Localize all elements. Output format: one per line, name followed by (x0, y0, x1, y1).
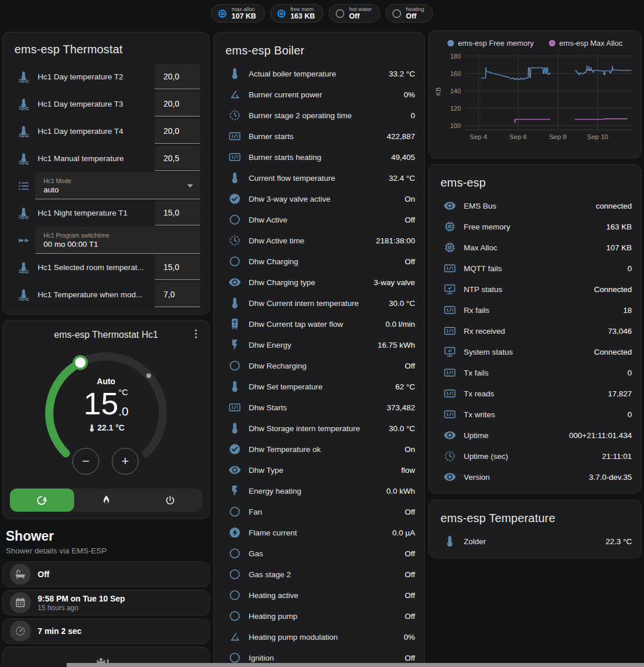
text-input[interactable]: Hc1 Program switchtime 00 mo 00:00 T1 (35, 227, 200, 254)
mode-button[interactable] (10, 489, 74, 512)
entity-row[interactable]: Dhw 3-way valve active On (223, 188, 415, 209)
thermometer-icon (223, 297, 246, 309)
thermostat-row: Hc1 Day temperature T2 20,0 (10, 63, 202, 90)
entity-row[interactable]: Tx reads 17,827 (438, 383, 632, 404)
thermostat-dial-svg[interactable] (37, 345, 176, 483)
entity-row[interactable]: Zolder 22.3 °C (438, 531, 632, 552)
entity-row[interactable]: Gas Off (223, 543, 415, 564)
header-chip[interactable]: max alloc 107 KB (211, 4, 264, 23)
entity-label: Dhw Type (246, 466, 401, 475)
legend-item[interactable]: ems-esp Free memory (447, 39, 534, 48)
number-input[interactable]: 15,0 (155, 255, 200, 280)
memory-chart[interactable]: 100120140160180Sep 4Sep 6Sep 8Sep 10KB (433, 50, 637, 147)
svg-text:160: 160 (450, 70, 461, 77)
legend-item[interactable]: ems-esp Max Alloc (549, 39, 623, 48)
number-input[interactable]: 7,0 (155, 282, 200, 307)
legend-dot-icon (549, 40, 555, 46)
entity-row[interactable]: Dhw Storage intern temperature 30.0 °C (223, 418, 415, 439)
entity-row[interactable]: Rx fails 18 (438, 300, 632, 320)
entity-label: Actual boiler temperature (246, 70, 389, 78)
entity-row[interactable]: Burner starts heating 49,405 (223, 147, 415, 167)
number-input[interactable]: 20,0 (155, 64, 200, 89)
entity-row[interactable]: Burner current power 0% (223, 84, 415, 105)
number-input[interactable]: 20,0 (155, 92, 200, 116)
entity-row[interactable]: Dhw Set temperature 62 °C (223, 376, 415, 397)
entity-row[interactable]: Burner starts 422,887 (223, 126, 415, 147)
entity-value: 33.2 °C (389, 70, 415, 78)
shower-card[interactable]: 7 min 2 sec (2, 618, 210, 644)
thermostat-dial-card: ems-esp Thermostat Hc1 Auto 15 °C .0 (2, 320, 210, 519)
header-chip[interactable]: free mem 163 KB (270, 4, 323, 23)
number-input[interactable]: 15,0 (155, 201, 200, 225)
entity-row[interactable]: Uptime (sec) 21:11:01 (438, 446, 632, 466)
entity-row[interactable]: Gas stage 2 Off (223, 564, 415, 585)
entity-row[interactable]: Burner stage 2 operating time 0 (223, 105, 415, 126)
entity-row[interactable]: Dhw Type flow (223, 460, 415, 480)
mode-button[interactable] (138, 489, 202, 512)
decrease-temp-button[interactable]: − (72, 448, 99, 475)
mode-select[interactable]: Hc1 Mode auto (35, 172, 200, 199)
entity-row[interactable]: Dhw Active Off (223, 209, 415, 230)
entity-value: 3-way valve (374, 278, 415, 287)
entity-row[interactable]: System status Connected (438, 341, 632, 362)
entity-row[interactable]: Current flow temperature 32.4 °C (223, 167, 415, 188)
entity-row[interactable]: EMS Bus connected (438, 195, 632, 216)
svg-text:KB: KB (435, 88, 442, 96)
thermostat-row: Hc1 Program switchtime 00 mo 00:00 T1 (10, 227, 202, 254)
entity-row[interactable]: Free memory 163 KB (438, 216, 632, 237)
entity-row[interactable]: Dhw Energy 16.75 kWh (223, 334, 415, 355)
entity-label: EMS Bus (461, 202, 596, 210)
entity-row[interactable]: Dhw Charging Off (223, 251, 415, 272)
entity-value: 18 (623, 306, 632, 315)
entity-row[interactable]: Dhw Recharging Off (223, 355, 415, 376)
horizontal-scrollbar[interactable] (67, 663, 644, 667)
circle-outline-icon (223, 505, 246, 518)
header-chip[interactable]: hot water Off (329, 4, 380, 23)
entity-row[interactable]: Dhw Starts 373,482 (223, 397, 415, 418)
header-chip[interactable]: heating Off (385, 4, 432, 23)
shower-card-title: Off (38, 570, 49, 579)
left-column: ems-esp Thermostat Hc1 Day temperature T… (2, 32, 210, 665)
shower-card[interactable]: Off (2, 562, 210, 587)
shower-card-title: 9:58 PM on Tue 10 Sep (38, 594, 125, 603)
entity-row[interactable]: Version 3.7.0-dev.35 (438, 466, 632, 487)
counter-icon (223, 401, 246, 414)
memory-chart-card: ems-esp Free memoryems-esp Max Alloc 100… (428, 30, 642, 158)
shower-card-subtitle: 15 hours ago (38, 604, 125, 612)
memory-chip-icon (276, 8, 287, 19)
entity-row[interactable]: Heating pump Off (223, 606, 415, 626)
entity-row[interactable]: Dhw Active time 2181:38:00 (223, 230, 415, 251)
counter-icon (438, 304, 461, 316)
entity-row[interactable]: Dhw Current tap water flow 0.0 l/min (223, 314, 415, 334)
entity-row[interactable]: Tx fails 0 (438, 362, 632, 383)
entity-row[interactable]: Max Alloc 107 KB (438, 237, 632, 258)
entity-value: 422,887 (387, 132, 415, 141)
shower-card[interactable]: 9:58 PM on Tue 10 Sep 15 hours ago (2, 590, 210, 615)
entity-row[interactable]: Actual boiler temperature 33.2 °C (223, 63, 415, 84)
entity-row[interactable]: Tx writes 0 (438, 404, 632, 425)
shower-card[interactable] (2, 647, 210, 665)
entity-row[interactable]: Dhw Charging type 3-way valve (223, 272, 415, 293)
entity-row[interactable]: NTP status Connected (438, 279, 632, 300)
eye-icon (438, 471, 461, 483)
entity-row[interactable]: MQTT fails 0 (438, 258, 632, 279)
entity-row[interactable]: Rx received 73,046 (438, 320, 632, 341)
mode-button[interactable] (74, 489, 139, 512)
entity-label: Rx received (461, 327, 608, 336)
entity-row[interactable]: Fan Off (223, 501, 415, 522)
entity-row[interactable]: Dhw Temperature ok On (223, 439, 415, 460)
thermometer-icon (438, 535, 461, 548)
number-input[interactable]: 20,0 (155, 119, 200, 144)
chip-value: Off (349, 12, 372, 20)
entity-row[interactable]: Heating active Off (223, 585, 415, 606)
dots-vertical-icon[interactable] (190, 327, 203, 341)
entity-row[interactable]: Energy heating 0.0 kWh (223, 480, 415, 501)
number-input[interactable]: 20,5 (155, 146, 200, 171)
entity-label: Hc1 Selected room temperat... (35, 263, 155, 272)
svg-text:Sep 6: Sep 6 (510, 133, 527, 140)
increase-temp-button[interactable]: + (112, 448, 139, 475)
entity-row[interactable]: Dhw Current intern temperature 30.0 °C (223, 293, 415, 314)
entity-row[interactable]: Heating pump modulation 0% (223, 626, 415, 647)
entity-row[interactable]: Flame current 0.0 µA (223, 522, 415, 543)
entity-row[interactable]: Uptime 000+21:11:01.434 (438, 425, 632, 446)
